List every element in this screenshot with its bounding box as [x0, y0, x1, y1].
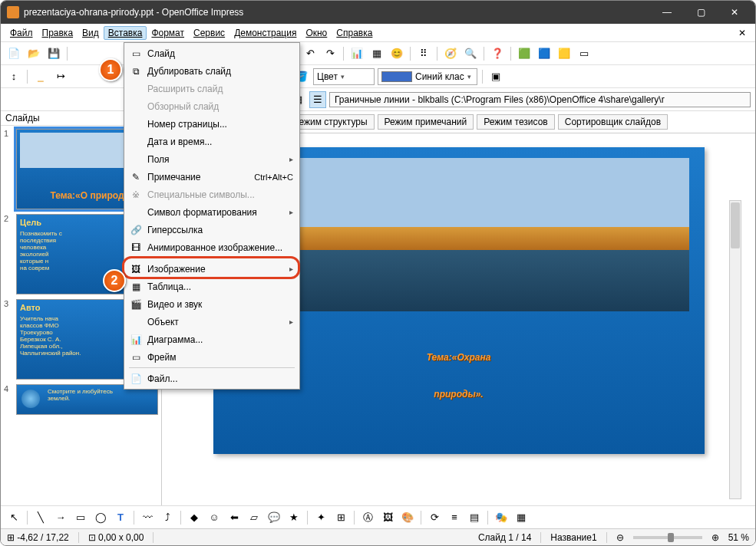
app-icon — [7, 6, 19, 18]
hyperlink-button[interactable]: 😊 — [388, 45, 405, 62]
text-tool[interactable]: T — [112, 509, 129, 526]
zoom-value[interactable]: 51 % — [728, 532, 749, 543]
menu-item[interactable]: ▭Слайд — [126, 44, 298, 62]
menu-item[interactable]: Номер страницы... — [126, 115, 298, 133]
star-shapes[interactable]: ★ — [286, 509, 302, 526]
tb-icon-b[interactable]: 🟦 — [536, 45, 553, 62]
slide-layout-button[interactable]: ▦ — [513, 509, 530, 526]
menu-item[interactable]: Дата и время... — [126, 133, 298, 150]
arrow-style-button[interactable]: ↕ — [5, 68, 22, 85]
status-pos: ⊞ -4,62 / 17,22 — [7, 532, 79, 543]
help-button[interactable]: ❓ — [489, 45, 506, 62]
tab-notes[interactable]: Режим примечаний — [378, 114, 474, 130]
menu-item[interactable]: 🔗Гиперссылка — [126, 221, 298, 238]
menu-item[interactable]: Символ форматирования▸ — [126, 203, 298, 221]
rotate-button[interactable]: ⟳ — [426, 509, 443, 526]
arrange-button[interactable]: ▤ — [466, 509, 483, 526]
curve-tool[interactable]: 〰 — [139, 509, 156, 526]
navigator-button[interactable]: 🧭 — [442, 45, 459, 62]
menu-item[interactable]: 🎬Видео и звук — [126, 295, 298, 313]
minimize-button[interactable]: — — [657, 7, 677, 18]
status-bar: ⊞ -4,62 / 17,22 ⊡ 0,00 x 0,00 Слайд 1 / … — [1, 528, 755, 545]
drawing-toolbar: ↖ ╲ → ▭ ◯ T 〰 ⤴ ◆ ☺ ⬅ ▱ 💬 ★ ✦ ⊞ Ⓐ 🖼 🎨 ⟳ … — [1, 505, 755, 528]
menu-item: Расширить слайд — [126, 80, 298, 97]
menu-item: Обзорный слайд — [126, 97, 298, 115]
arrow-tool[interactable]: → — [52, 509, 69, 526]
undo-button[interactable]: ↶ — [302, 45, 319, 62]
line-end-button[interactable]: ↦ — [52, 68, 69, 85]
points-tool[interactable]: ✦ — [312, 509, 329, 526]
gallery-list-view[interactable]: ☰ — [309, 91, 326, 108]
tb-icon-d[interactable]: ▭ — [576, 45, 593, 62]
maximize-button[interactable]: ▢ — [691, 7, 711, 18]
menu-item[interactable]: ✎ПримечаниеCtrl+Alt+C — [126, 168, 298, 186]
open-button[interactable]: 📂 — [25, 45, 42, 62]
status-layout: Название1 — [550, 532, 606, 543]
vertical-scrollbar[interactable] — [729, 200, 741, 499]
ellipse-tool[interactable]: ◯ — [92, 509, 109, 526]
menu-item[interactable]: ▭Фрейм — [126, 348, 298, 366]
line-tool[interactable]: ╲ — [32, 509, 49, 526]
zoom-slider[interactable] — [633, 536, 702, 539]
zoom-in-button[interactable]: ⊕ — [711, 532, 719, 543]
redo-button[interactable]: ↷ — [322, 45, 338, 62]
menu-item[interactable]: 📄Файл... — [126, 370, 298, 387]
menu-view[interactable]: Вид — [78, 26, 104, 40]
menu-help[interactable]: Справка — [332, 26, 377, 40]
table-button[interactable]: ▦ — [368, 45, 385, 62]
menu-item[interactable]: ⧉Дублировать слайд — [126, 62, 298, 80]
symbol-shapes[interactable]: ☺ — [206, 509, 223, 526]
status-slide: Слайд 1 / 14 — [478, 532, 541, 543]
shadow-button[interactable]: ▣ — [487, 68, 504, 85]
slide-design-button[interactable]: 🎭 — [493, 509, 510, 526]
callout-shapes[interactable]: 💬 — [266, 509, 282, 526]
menu-file[interactable]: Файл — [5, 26, 38, 40]
title-bar: prezentaciya-ohrana-prirody.ppt - OpenOf… — [1, 1, 755, 24]
tb-icon-c[interactable]: 🟨 — [556, 45, 573, 62]
gallery-path: Граничные линии - blkballs (C:\Program F… — [329, 92, 751, 107]
tb-icon-a[interactable]: 🟩 — [516, 45, 533, 62]
align-button[interactable]: ≡ — [446, 509, 463, 526]
tab-sorter[interactable]: Сортировщик слайдов — [558, 114, 668, 130]
menu-slideshow[interactable]: Демонстрация — [229, 26, 301, 40]
fontwork-button[interactable]: Ⓐ — [359, 509, 376, 526]
window-title: prezentaciya-ohrana-prirody.ppt - OpenOf… — [24, 7, 657, 18]
menu-item[interactable]: 📊Диаграмма... — [126, 331, 298, 348]
block-arrows[interactable]: ⬅ — [226, 509, 243, 526]
menu-item[interactable]: 🖼Изображение▸ — [126, 260, 298, 278]
menu-edit[interactable]: Правка — [38, 26, 78, 40]
menu-item[interactable]: Объект▸ — [126, 313, 298, 331]
menu-format[interactable]: Формат — [147, 26, 189, 40]
connector-tool[interactable]: ⤴ — [159, 509, 176, 526]
save-button[interactable]: 💾 — [45, 45, 62, 62]
glue-tool[interactable]: ⊞ — [332, 509, 349, 526]
tab-handout[interactable]: Режим тезисов — [477, 114, 555, 130]
fill-color-combo[interactable]: Синий клас▾ — [378, 68, 477, 85]
zoom-button[interactable]: 🔍 — [462, 45, 479, 62]
new-doc-button[interactable]: 📄 — [5, 45, 22, 62]
menu-item[interactable]: ▦Таблица... — [126, 278, 298, 295]
menu-bar: Файл Правка Вид Вставка Формат Сервис Де… — [1, 24, 755, 42]
fill-type-combo[interactable]: Цвет▾ — [313, 68, 375, 85]
select-tool[interactable]: ↖ — [5, 509, 22, 526]
line-style-button[interactable]: ⎯ — [32, 68, 49, 85]
from-file-button[interactable]: 🖼 — [379, 509, 396, 526]
close-button[interactable]: ✕ — [725, 7, 744, 18]
gallery-button[interactable]: 🎨 — [399, 509, 416, 526]
flowchart-shapes[interactable]: ▱ — [246, 509, 262, 526]
menu-item[interactable]: 🎞Анимированное изображение... — [126, 238, 298, 256]
basic-shapes[interactable]: ◆ — [186, 509, 203, 526]
grid-button[interactable]: ⠿ — [415, 45, 432, 62]
zoom-out-button[interactable]: ⊖ — [616, 532, 624, 543]
menu-insert[interactable]: Вставка — [104, 26, 147, 40]
menu-item[interactable]: Поля▸ — [126, 150, 298, 168]
insert-menu-dropdown: ▭Слайд⧉Дублировать слайдРасширить слайдО… — [124, 42, 300, 390]
chart-button[interactable]: 📊 — [348, 45, 365, 62]
callout-1: 1 — [99, 58, 122, 81]
menu-window[interactable]: Окно — [301, 26, 332, 40]
menu-item: ※Специальные символы... — [126, 186, 298, 203]
menu-tools[interactable]: Сервис — [189, 26, 229, 40]
rect-tool[interactable]: ▭ — [72, 509, 89, 526]
close-doc-button[interactable]: ✕ — [734, 28, 751, 38]
callout-2: 2 — [103, 269, 126, 292]
